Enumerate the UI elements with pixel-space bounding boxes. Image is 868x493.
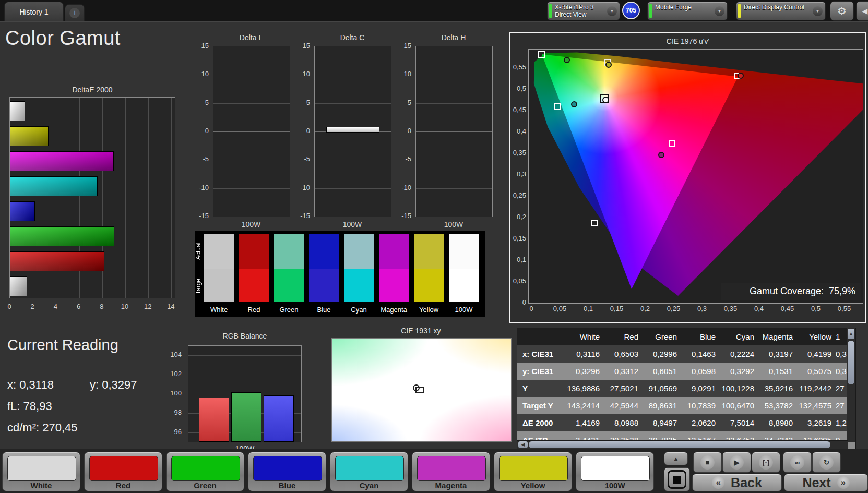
patch-button-red[interactable]: Red	[84, 452, 162, 491]
patch-button-cyan[interactable]: Cyan	[330, 452, 408, 491]
table-vertical-scrollbar[interactable]: ▲	[847, 328, 855, 442]
axis-tick-label: 2	[26, 303, 39, 310]
patch-button-white[interactable]: White	[2, 452, 80, 491]
table-row: Target Y143,241442,594489,863110,7839100…	[517, 397, 855, 414]
column-header: Yellow	[797, 328, 836, 345]
gridline	[416, 160, 492, 160]
table-cell: 2,0620	[681, 414, 720, 431]
next-button[interactable]: Next »	[784, 474, 868, 491]
column-header: Red	[604, 328, 643, 345]
table-cell: 8,8980	[758, 414, 797, 431]
swatch-label: Green	[270, 306, 308, 314]
swatch-label: Red	[235, 306, 273, 314]
play-icon: ▶	[730, 455, 744, 470]
chart-title: Delta H	[415, 33, 492, 42]
reading-y: y: 0,3297	[90, 378, 137, 392]
table-horizontal-scrollbar[interactable]: ◀	[517, 440, 848, 449]
axis-tick-label: 0,15	[513, 234, 526, 242]
axis-tick-label: 15	[404, 42, 411, 50]
patch-label: Cyan	[330, 481, 408, 490]
table-cell: 8,0988	[604, 414, 643, 431]
cie1931-title: CIE 1931 xy	[331, 327, 510, 335]
scroll-left-icon[interactable]: ◀	[518, 441, 528, 448]
patch-label: Yellow	[494, 481, 572, 490]
patch-label: Blue	[248, 481, 326, 490]
back-button[interactable]: « Back	[692, 474, 782, 491]
table-cell: 0,3296	[565, 363, 604, 380]
patch-button-100w[interactable]: 100W	[576, 452, 654, 491]
back-label: Back	[731, 475, 762, 490]
target-swatch	[344, 269, 374, 302]
gamut-coverage-label: Gamut Coverage:	[750, 286, 824, 297]
pattern-window-button[interactable]	[664, 467, 690, 491]
expand-up-button[interactable]: ▲	[664, 452, 688, 465]
tab-history-1[interactable]: History 1	[4, 2, 64, 21]
gridline	[213, 131, 290, 132]
axis-tick-label: 0,5	[517, 85, 526, 92]
reading-x: x: 0,3118	[7, 378, 54, 392]
axis-tick-label: 0,05	[513, 277, 526, 285]
color-patch	[417, 456, 486, 481]
axis-tick-label: 0	[3, 303, 16, 310]
actual-swatch	[274, 234, 304, 269]
delta-h-chart: Delta H 151050-5-10-15 100W	[415, 33, 492, 232]
axis-tick-label: 98	[174, 408, 182, 416]
row-label: Target Y	[517, 397, 565, 414]
table-cell: 119,2442	[797, 380, 836, 397]
loop-button[interactable]: ↻	[812, 452, 841, 473]
chevron-down-icon: ▼	[715, 6, 724, 16]
pattern-source-dropdown[interactable]: Mobile Forge ▼	[647, 2, 728, 20]
column-header: Green	[643, 328, 681, 345]
axis-tick-label: 0,45	[513, 106, 526, 114]
patch-label: Red	[85, 481, 162, 490]
table-cell: 136,9886	[565, 380, 604, 397]
white-point-marker	[415, 387, 424, 393]
settings-button[interactable]: ⚙	[830, 1, 854, 21]
axis-tick-label: -15	[401, 212, 411, 220]
gridline	[416, 131, 492, 132]
swatch-label: Yellow	[410, 306, 448, 314]
meter-dropdown[interactable]: X-Rite i1Pro 3 Direct View ▼	[547, 2, 620, 20]
collapse-panel-button[interactable]: ◀	[856, 1, 868, 21]
target-swatch	[239, 269, 269, 302]
cie1976-panel: CIE 1976 u'v' 00,050,10,150,20,250,30,35…	[509, 32, 866, 323]
table-cell: 132,4575	[797, 397, 836, 414]
display-control-dropdown[interactable]: Direct Display Control ▼	[736, 2, 826, 20]
table-cell: 0,5075	[797, 363, 836, 380]
continuous-button[interactable]: ∞	[783, 452, 812, 473]
axis-tick-label: 0	[408, 127, 411, 135]
meter-badge[interactable]: 705	[622, 2, 640, 19]
axis-tick-label: 0	[522, 305, 541, 312]
add-tab-button[interactable]: +	[65, 4, 85, 21]
range-button[interactable]: [-]	[752, 452, 780, 473]
patch-button-yellow[interactable]: Yellow	[494, 452, 572, 491]
table-cell: 0,3312	[604, 363, 643, 380]
rgb-balance-y-axis: 1041021009896	[163, 345, 185, 442]
patch-button-blue[interactable]: Blue	[248, 452, 326, 491]
horizontal-scroll-thumb[interactable]	[529, 441, 830, 448]
gridline	[188, 355, 301, 356]
cie1976-y-axis: 00,050,10,150,20,250,30,350,40,450,50,55	[510, 49, 527, 303]
axis-tick-label: 0,25	[664, 305, 683, 312]
deltae-bar-100w	[10, 101, 25, 121]
deltae-bar-magenta	[10, 151, 114, 171]
table-row: ΔE 20001,41698,09888,94972,06207,50148,8…	[517, 414, 855, 431]
axis-tick-label: -10	[401, 184, 411, 191]
gridline	[148, 98, 149, 298]
patch-label: Magenta	[412, 481, 490, 490]
patch-button-magenta[interactable]: Magenta	[412, 452, 490, 491]
square-marker	[538, 51, 545, 58]
patch-button-green[interactable]: Green	[166, 452, 244, 491]
axis-tick-label: 14	[164, 303, 177, 310]
column-header: White	[565, 328, 604, 345]
pattern-source-name: Mobile Forge	[655, 4, 711, 11]
swatch-label: Cyan	[340, 306, 378, 314]
play-button[interactable]: ▶	[722, 452, 751, 473]
axis-tick-label: 102	[170, 370, 182, 378]
gridline	[416, 103, 492, 104]
stop-button[interactable]: ■	[693, 452, 722, 473]
delta-bar	[326, 127, 379, 133]
scroll-up-icon[interactable]: ▲	[848, 329, 854, 339]
vertical-scroll-thumb[interactable]	[848, 341, 854, 384]
axis-tick-label: 0	[205, 127, 209, 135]
